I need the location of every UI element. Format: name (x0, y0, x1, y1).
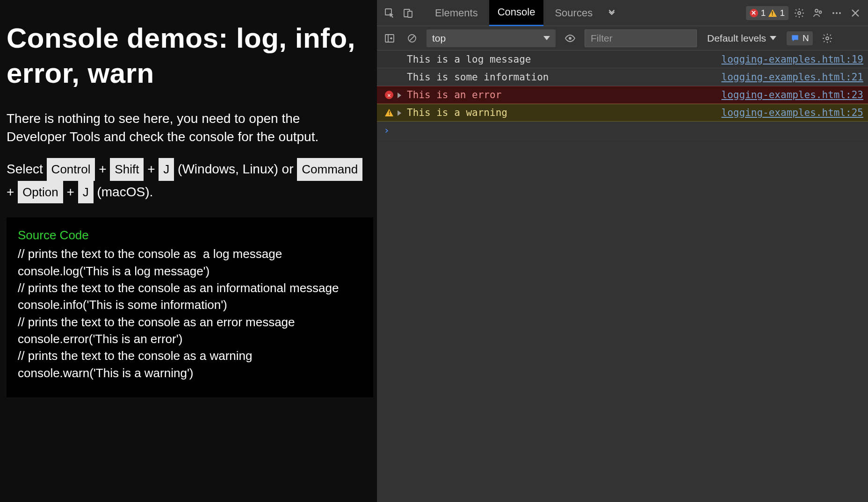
code-line: console.warn('This is a warning') (18, 365, 362, 381)
svg-point-7 (836, 12, 838, 14)
error-warning-counter[interactable]: ✕ 1 1 (746, 6, 788, 20)
source-code-heading: Source Code (18, 227, 362, 244)
console-toolbar: top Default levels N (377, 26, 868, 50)
device-toolbar-icon[interactable] (400, 5, 416, 21)
svg-point-6 (832, 12, 834, 14)
log-message: This is an error (407, 89, 722, 100)
error-badge-icon: ✕ (750, 9, 758, 17)
code-line: console.error('This is an error') (18, 330, 362, 347)
warning-icon (385, 109, 393, 116)
chevron-down-icon (543, 36, 550, 40)
text: (Windows, Linux) or (178, 162, 297, 176)
console-output: This is a log message logging-examples.h… (377, 50, 868, 139)
svg-rect-2 (408, 11, 412, 17)
text: (macOS). (97, 185, 153, 199)
text: Select (7, 162, 47, 176)
issues-label: N (803, 33, 809, 43)
clear-console-icon[interactable] (404, 30, 420, 46)
console-row-info[interactable]: This is some information logging-example… (377, 68, 868, 86)
issues-icon (790, 34, 800, 43)
kbd-option: Option (18, 181, 63, 203)
keyboard-instructions: Select Control + Shift + J (Windows, Lin… (7, 158, 370, 203)
error-icon: ✕ (385, 91, 393, 99)
warning-badge-icon (768, 9, 777, 17)
chevron-down-icon (770, 36, 776, 40)
inspect-element-icon[interactable] (382, 5, 398, 21)
source-link[interactable]: logging-examples.html:21 (722, 72, 863, 83)
live-expression-eye-icon[interactable] (562, 30, 578, 46)
code-line: console.info('This is some information') (18, 296, 362, 313)
kbd-control: Control (47, 158, 95, 180)
toggle-sidebar-icon[interactable] (382, 30, 398, 46)
svg-point-12 (826, 37, 829, 40)
filter-input[interactable] (585, 29, 697, 47)
devtools-panel: Elements Console Sources ✕ 1 1 (377, 0, 868, 502)
kebab-menu-icon[interactable] (829, 5, 845, 21)
error-count: 1 (761, 8, 766, 18)
text: + (67, 185, 78, 199)
warning-count: 1 (780, 8, 785, 18)
source-link[interactable]: logging-examples.html:25 (722, 107, 863, 118)
log-message: This is a warning (407, 107, 722, 118)
text: + (99, 162, 110, 176)
svg-point-11 (569, 37, 571, 40)
kbd-command: Command (297, 158, 362, 180)
svg-point-8 (839, 12, 841, 14)
devtools-tabstrip: Elements Console Sources ✕ 1 1 (377, 0, 868, 26)
log-message: This is some information (407, 72, 722, 83)
console-settings-gear-icon[interactable] (819, 30, 835, 46)
svg-rect-9 (385, 35, 394, 42)
console-row-error[interactable]: ✕ This is an error logging-examples.html… (377, 86, 868, 104)
text: + (7, 185, 18, 199)
tab-sources[interactable]: Sources (546, 0, 601, 26)
issues-chip[interactable]: N (787, 31, 813, 45)
tab-elements[interactable]: Elements (427, 0, 486, 26)
code-line: // prints the text to the console as an … (18, 280, 362, 296)
svg-point-3 (798, 12, 801, 14)
settings-gear-icon[interactable] (791, 5, 807, 21)
more-tabs-icon[interactable] (604, 5, 620, 21)
code-line: // prints the text to the console as an … (18, 314, 362, 330)
log-message: This is a log message (407, 54, 722, 65)
text: + (147, 162, 159, 176)
context-value: top (432, 33, 446, 44)
source-link[interactable]: logging-examples.html:19 (722, 54, 863, 65)
source-link[interactable]: logging-examples.html:23 (722, 89, 863, 100)
log-levels-selector[interactable]: Default levels (703, 33, 780, 44)
console-prompt[interactable]: › (377, 122, 868, 139)
row-gutter: ✕ (381, 91, 398, 99)
kbd-shift: Shift (110, 158, 144, 180)
intro-text: There is nothing to see here, you need t… (7, 109, 362, 146)
source-code-box: Source Code // prints the text to the co… (7, 217, 373, 398)
close-devtools-icon[interactable] (847, 5, 863, 21)
expand-arrow[interactable] (398, 89, 407, 100)
prompt-caret-icon: › (383, 124, 390, 136)
code-line: console.log('This is a log message') (18, 263, 362, 280)
kbd-j: J (159, 158, 174, 180)
console-row-warn[interactable]: This is a warning logging-examples.html:… (377, 104, 868, 122)
code-line: // prints the text to the console as a w… (18, 347, 362, 364)
account-icon[interactable] (810, 5, 826, 21)
levels-label: Default levels (707, 33, 766, 44)
demo-page: Console demos: log, info, error, warn Th… (0, 0, 377, 502)
svg-point-5 (819, 11, 822, 13)
row-gutter (381, 109, 398, 116)
console-row-log[interactable]: This is a log message logging-examples.h… (377, 50, 868, 68)
kbd-j: J (78, 181, 94, 203)
expand-arrow[interactable] (398, 107, 407, 118)
context-selector[interactable]: top (427, 29, 556, 47)
tab-console[interactable]: Console (489, 0, 544, 26)
page-title: Console demos: log, info, error, warn (7, 21, 370, 91)
svg-point-4 (815, 9, 818, 12)
code-line: // prints the text to the console as a l… (18, 245, 362, 262)
